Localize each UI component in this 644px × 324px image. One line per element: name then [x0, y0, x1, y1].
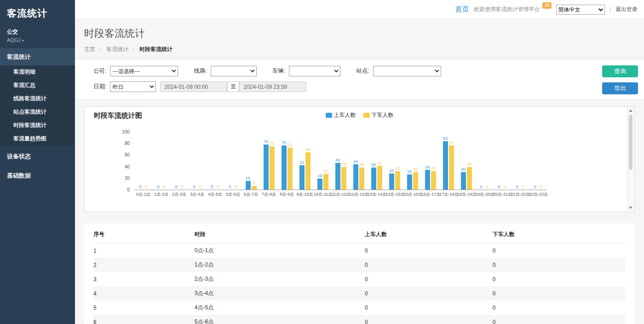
company-code-dropdown[interactable]: AQGJ▾ [0, 36, 75, 43]
x-axis-label: 1点-2点 [152, 191, 170, 197]
bar-value-label: 0 [498, 185, 500, 189]
date-start-input[interactable] [160, 81, 227, 92]
page-title: 时段客流统计 [84, 27, 635, 40]
station-select[interactable] [373, 66, 441, 76]
bar-column: 0 [503, 132, 508, 190]
language-select[interactable]: 简体中文 [556, 5, 605, 15]
bar-value-label: 64 [305, 147, 310, 152]
breadcrumb-parent[interactable]: 客流统计 [106, 46, 128, 52]
table-header-cell: 上车人数 [365, 226, 493, 243]
bar-column: 44 [353, 132, 358, 190]
bar-group: 2832 [385, 132, 403, 190]
bar-column: 0 [192, 132, 197, 190]
breadcrumb: 主页 / 客流统计 / 时段客流统计 [84, 46, 635, 53]
bar-value-label: 0 [217, 185, 219, 189]
bar-group: 00 [134, 132, 152, 190]
bar-group: 00 [511, 132, 529, 190]
table-cell: 0 [493, 243, 626, 258]
bar-group: 8376 [439, 132, 457, 190]
bar [317, 179, 322, 190]
vehicle-label: 车辆: [272, 67, 285, 75]
scroll-up-icon[interactable] [629, 110, 632, 112]
bar-column: 83 [443, 132, 448, 190]
bar [449, 145, 454, 190]
filter-panel: 公司: ---请选择--- 线路: 车辆: 站点: [75, 59, 644, 100]
breadcrumb-home[interactable]: 主页 [84, 46, 95, 52]
bar-column: 30 [413, 132, 418, 190]
y-axis-tick: 80 [125, 141, 130, 146]
bar-column: 39 [341, 132, 346, 190]
top-navbar: 首页 欢迎使用客流统计管理平台 34 简体中文 | 退出登录 [75, 0, 644, 19]
bar-column: 0 [162, 132, 167, 190]
line-label: 线路: [194, 67, 207, 75]
company-code-label: AQGJ [7, 37, 21, 43]
scrollbar-thumb[interactable] [629, 115, 632, 170]
bar-value-label: 0 [516, 185, 518, 189]
query-button[interactable]: 查询 [602, 65, 638, 77]
x-axis-label: 8点-9点 [278, 191, 296, 197]
sidebar-item[interactable]: 客流量趋势图 [0, 132, 75, 145]
chart-plot-wrap: 0000000000001567875767242641927463944383… [134, 132, 547, 197]
x-axis-label: 17点-18点 [439, 191, 457, 197]
bar-column: 0 [174, 132, 179, 190]
bar-value-label: 39 [467, 162, 472, 167]
bar-group: 00 [493, 132, 511, 190]
company-select[interactable]: ---请选择--- [110, 66, 178, 76]
bar [413, 172, 418, 190]
page-head: 时段客流统计 主页 / 客流统计 / 时段客流统计 [75, 19, 644, 59]
bar-column: 0 [138, 132, 143, 190]
table-cell: 4点-5点 [195, 301, 365, 315]
legend-item[interactable]: 上车人数 [326, 111, 356, 119]
filter-rows: 公司: ---请选择--- 线路: 车辆: 站点: [93, 66, 638, 92]
sidebar-item[interactable]: 时段客流统计 [0, 119, 75, 132]
bar-value-label: 32 [431, 166, 436, 171]
notification-badge[interactable]: 34 [542, 2, 551, 9]
bar-group: 4264 [296, 132, 314, 190]
table-cell: 5点-6点 [195, 315, 365, 324]
sidebar-group[interactable]: 设备状态 [0, 148, 75, 165]
bar [305, 152, 310, 190]
bar-column: 0 [234, 132, 239, 190]
bar-value-label: 27 [323, 169, 328, 174]
x-axis-label: 5点-6点 [224, 191, 242, 197]
bar-value-label: 0 [175, 185, 177, 189]
x-axis-label: 19点-20点 [475, 191, 493, 197]
sidebar-group[interactable]: 客流统计 [0, 49, 75, 65]
sidebar-item[interactable]: 站点客流统计 [0, 105, 75, 119]
x-axis-label: 7点-8点 [260, 191, 278, 197]
bar-column: 0 [144, 132, 149, 190]
sidebar-item[interactable]: 客流汇总 [0, 79, 75, 92]
logout-link[interactable]: 退出登录 [615, 6, 638, 13]
x-axis-label: 15点-16点 [403, 191, 421, 197]
bar-group: 4639 [332, 132, 350, 190]
bar-value-label: 15 [246, 176, 250, 180]
filter-row-1: 公司: ---请选择--- 线路: 车辆: 站点: [93, 66, 638, 76]
bar-value-label: 46 [335, 158, 340, 162]
bar-value-label: 72 [288, 143, 292, 147]
date-preset-select[interactable]: 昨日 [110, 81, 156, 92]
bar-value-label: 32 [395, 166, 400, 171]
sidebar-item[interactable]: 客流明细 [0, 65, 75, 79]
date-end-input[interactable] [239, 81, 306, 92]
table-header-cell: 时段 [195, 226, 365, 243]
sidebar-item[interactable]: 线路客流统计 [0, 92, 75, 105]
export-button[interactable]: 导出 [602, 82, 638, 94]
line-select[interactable] [211, 66, 257, 76]
bar-column: 39 [467, 132, 472, 190]
chart-scrollbar[interactable] [627, 107, 634, 211]
vehicle-select[interactable] [289, 66, 340, 76]
x-axis-label: 6点-7点 [242, 191, 260, 197]
bar-group: 00 [206, 132, 224, 190]
bar-column: 0 [216, 132, 221, 190]
table-cell: 0 [493, 301, 626, 315]
bar [359, 168, 364, 190]
home-link[interactable]: 首页 [455, 5, 469, 14]
bar-column: 0 [515, 132, 520, 190]
legend-item[interactable]: 下车人数 [363, 111, 394, 119]
bar-column: 32 [395, 132, 400, 190]
sidebar-group[interactable]: 基础数据 [0, 168, 75, 184]
scroll-down-icon[interactable] [629, 207, 632, 209]
x-axis-label: 20点-21点 [493, 191, 511, 197]
table-header-cell: 序号 [93, 226, 195, 243]
bar-value-label: 0 [235, 185, 237, 189]
